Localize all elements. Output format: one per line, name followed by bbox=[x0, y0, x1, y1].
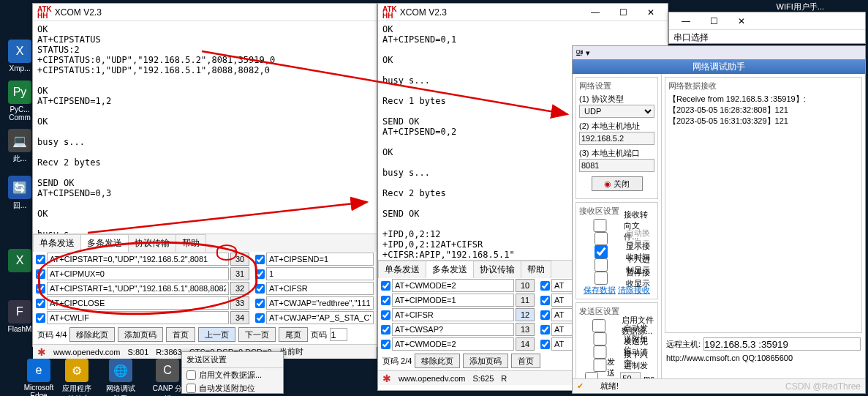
tab-multi-send[interactable]: 多条发送 bbox=[80, 234, 129, 252]
tab-single-send[interactable]: 单条发送 bbox=[33, 234, 81, 252]
desktop-icon[interactable]: ⚙应用程序 - 快捷方式 bbox=[60, 359, 94, 396]
chk-recv-file[interactable] bbox=[579, 219, 621, 232]
tab-multi-send[interactable]: 多条发送 bbox=[426, 261, 474, 278]
cmd-input[interactable] bbox=[47, 296, 229, 310]
send-num-button[interactable]: 30 bbox=[230, 253, 249, 266]
cmd-input[interactable] bbox=[47, 282, 229, 295]
prev-page-button[interactable]: 上一页 bbox=[198, 327, 235, 342]
minimize-button[interactable]: — bbox=[673, 13, 698, 29]
titlebar[interactable]: ATKHH XCOM V2.3 bbox=[33, 4, 377, 21]
send-num-button[interactable]: 34 bbox=[230, 311, 249, 324]
gear-icon[interactable]: ✱ bbox=[382, 373, 391, 384]
send-num-button[interactable]: 14 bbox=[516, 337, 535, 351]
cmd-input[interactable] bbox=[392, 337, 514, 351]
maximize-button[interactable]: ☐ bbox=[611, 4, 635, 20]
row-check[interactable] bbox=[540, 325, 550, 335]
row-check[interactable] bbox=[381, 310, 390, 320]
chk-file-source[interactable] bbox=[186, 370, 196, 380]
row-check[interactable] bbox=[36, 269, 45, 279]
row-check[interactable] bbox=[36, 299, 45, 308]
remove-page-button[interactable]: 移除此页 bbox=[415, 354, 460, 368]
cmd-input[interactable] bbox=[266, 253, 374, 266]
cmd-input[interactable] bbox=[392, 279, 514, 292]
page-input[interactable] bbox=[330, 328, 347, 341]
row-check[interactable] bbox=[36, 284, 45, 294]
chk-period-send[interactable] bbox=[579, 372, 604, 378]
desktop-icon-label[interactable]: WIFI用户手... bbox=[777, 1, 824, 12]
row-check[interactable] bbox=[381, 325, 390, 335]
period-input[interactable] bbox=[620, 372, 641, 378]
add-page-button[interactable]: 添加页码 bbox=[118, 327, 163, 342]
tab-protocol[interactable]: 协议传输 bbox=[128, 234, 176, 252]
cmd-input[interactable] bbox=[47, 267, 229, 280]
row-check[interactable] bbox=[540, 281, 550, 291]
row-check[interactable] bbox=[540, 340, 550, 349]
close-conn-button[interactable]: ◉ 关闭 bbox=[592, 176, 643, 191]
row-check[interactable] bbox=[255, 284, 265, 294]
row-check[interactable] bbox=[36, 313, 45, 323]
close-button[interactable]: ✕ bbox=[729, 13, 754, 29]
chk-hex-display[interactable] bbox=[579, 258, 623, 272]
row-check[interactable] bbox=[381, 340, 390, 349]
chk-file-source[interactable] bbox=[579, 319, 619, 332]
cmd-input[interactable] bbox=[266, 282, 374, 295]
next-page-button[interactable]: 下一页 bbox=[238, 327, 276, 342]
home-button[interactable]: 首页 bbox=[511, 354, 540, 368]
cmd-input[interactable] bbox=[266, 296, 374, 310]
recv-data-area[interactable]: 【Receive from 192.168.5.3 :35919】: 【2023… bbox=[668, 94, 858, 127]
desktop-icon[interactable]: 🌐网络调试助手 V4.3.1 - 快 bbox=[104, 359, 137, 396]
row-check[interactable] bbox=[540, 310, 550, 320]
row-check[interactable] bbox=[381, 281, 390, 291]
chk-auto-append[interactable] bbox=[186, 384, 196, 393]
host-input[interactable] bbox=[579, 132, 654, 145]
row-check[interactable] bbox=[540, 296, 550, 305]
row-check[interactable] bbox=[381, 296, 390, 305]
row-check[interactable] bbox=[255, 269, 265, 279]
terminal-output[interactable]: OK AT+CIPSTATUS STATUS:2 +CIPSTATUS:0,"U… bbox=[33, 21, 377, 234]
protocol-select[interactable]: UDP bbox=[579, 105, 654, 118]
remove-page-button[interactable]: 移除此页 bbox=[69, 327, 115, 342]
tab-help[interactable]: 帮助 bbox=[521, 261, 551, 278]
chk-show-time[interactable] bbox=[579, 245, 623, 258]
tab-single-send[interactable]: 单条发送 bbox=[378, 261, 426, 278]
cmd-input[interactable] bbox=[47, 311, 229, 324]
port-input[interactable] bbox=[579, 159, 654, 172]
net-menubar[interactable]: 🖳 ▾ bbox=[573, 46, 865, 59]
maximize-button[interactable]: ☐ bbox=[701, 13, 726, 29]
send-num-button[interactable]: 13 bbox=[516, 323, 535, 336]
minimize-button[interactable]: — bbox=[583, 4, 608, 20]
titlebar[interactable]: ATKHH XCOM V2.3 — ☐ ✕ bbox=[378, 4, 668, 21]
add-page-button[interactable]: 添加页码 bbox=[463, 354, 508, 368]
send-num-button[interactable]: 12 bbox=[516, 308, 535, 321]
titlebar[interactable]: — ☐ ✕ bbox=[669, 12, 865, 30]
tab-help[interactable]: 帮助 bbox=[176, 234, 206, 252]
send-num-button[interactable]: 31 bbox=[230, 267, 249, 280]
row-check[interactable] bbox=[255, 255, 265, 264]
desktop-icon[interactable]: eMicrosoft Edge bbox=[22, 359, 56, 396]
gear-icon[interactable]: ✱ bbox=[37, 346, 46, 358]
cmd-input[interactable] bbox=[392, 294, 514, 307]
cmd-input[interactable] bbox=[392, 323, 514, 336]
cmd-input[interactable] bbox=[266, 311, 374, 324]
send-num-button[interactable]: 10 bbox=[516, 279, 535, 292]
tail-button[interactable]: 尾页 bbox=[279, 327, 308, 342]
cmd-input[interactable] bbox=[47, 253, 229, 266]
send-num-button[interactable]: 11 bbox=[516, 294, 535, 307]
send-num-button[interactable]: 32 bbox=[230, 282, 249, 295]
home-button[interactable]: 首页 bbox=[166, 327, 195, 342]
clear-recv-link[interactable]: 清除接收 bbox=[618, 285, 650, 294]
cmd-input[interactable] bbox=[266, 267, 374, 280]
row-check[interactable] bbox=[36, 255, 45, 264]
chk-auto-wrap[interactable] bbox=[579, 232, 623, 245]
chk-pause-recv[interactable] bbox=[579, 272, 623, 285]
row-check[interactable] bbox=[255, 313, 265, 323]
desktop-icon[interactable]: CCANP 分析 bbox=[151, 359, 184, 396]
send-num-button[interactable]: 33 bbox=[230, 296, 249, 310]
remote-input[interactable] bbox=[703, 337, 861, 351]
tab-protocol[interactable]: 协议传输 bbox=[473, 261, 521, 278]
close-button[interactable]: ✕ bbox=[638, 4, 663, 20]
chk-auto-append[interactable] bbox=[579, 332, 621, 345]
cmd-input[interactable] bbox=[392, 308, 514, 321]
row-check[interactable] bbox=[255, 299, 265, 308]
save-data-link[interactable]: 保存数据 bbox=[584, 285, 616, 294]
